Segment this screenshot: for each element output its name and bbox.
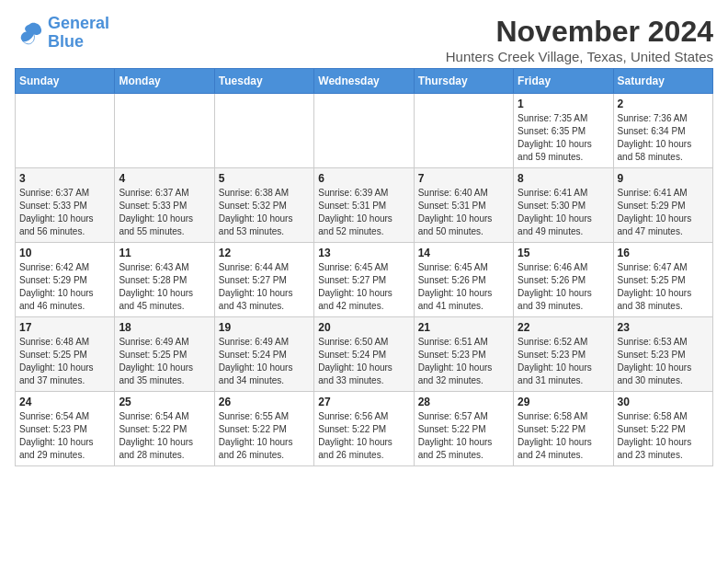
calendar-header: SundayMondayTuesdayWednesdayThursdayFrid… — [16, 69, 713, 94]
main-title: November 2024 — [446, 15, 713, 49]
day-info: Sunrise: 6:56 AM Sunset: 5:22 PM Dayligh… — [318, 410, 409, 462]
day-info: Sunrise: 6:41 AM Sunset: 5:30 PM Dayligh… — [518, 187, 609, 238]
calendar-body: 1Sunrise: 7:35 AM Sunset: 6:35 PM Daylig… — [16, 94, 713, 466]
day-cell: 6Sunrise: 6:39 AM Sunset: 5:31 PM Daylig… — [314, 168, 414, 243]
day-info: Sunrise: 6:58 AM Sunset: 5:22 PM Dayligh… — [618, 410, 709, 462]
day-cell: 13Sunrise: 6:45 AM Sunset: 5:27 PM Dayli… — [314, 243, 414, 317]
day-info: Sunrise: 6:44 AM Sunset: 5:27 PM Dayligh… — [219, 261, 310, 313]
day-info: Sunrise: 6:53 AM Sunset: 5:23 PM Dayligh… — [618, 336, 709, 387]
day-info: Sunrise: 6:40 AM Sunset: 5:31 PM Dayligh… — [418, 187, 509, 238]
day-info: Sunrise: 6:55 AM Sunset: 5:22 PM Dayligh… — [219, 410, 310, 462]
day-number: 24 — [19, 396, 110, 408]
day-cell — [115, 94, 214, 168]
day-cell: 30Sunrise: 6:58 AM Sunset: 5:22 PM Dayli… — [613, 392, 712, 466]
weekday-header-wednesday: Wednesday — [314, 69, 414, 94]
day-number: 22 — [518, 321, 609, 334]
day-number: 19 — [219, 321, 310, 334]
day-number: 28 — [418, 396, 509, 408]
day-info: Sunrise: 6:54 AM Sunset: 5:22 PM Dayligh… — [119, 410, 210, 462]
day-cell: 19Sunrise: 6:49 AM Sunset: 5:24 PM Dayli… — [214, 317, 313, 392]
day-cell: 2Sunrise: 7:36 AM Sunset: 6:34 PM Daylig… — [613, 94, 712, 168]
day-number: 7 — [418, 172, 509, 185]
subtitle: Hunters Creek Village, Texas, United Sta… — [446, 49, 713, 64]
day-cell: 1Sunrise: 7:35 AM Sunset: 6:35 PM Daylig… — [514, 94, 613, 168]
day-info: Sunrise: 6:52 AM Sunset: 5:23 PM Dayligh… — [518, 336, 609, 387]
weekday-header-friday: Friday — [514, 69, 613, 94]
week-row-2: 10Sunrise: 6:42 AM Sunset: 5:29 PM Dayli… — [16, 243, 713, 317]
day-cell: 25Sunrise: 6:54 AM Sunset: 5:22 PM Dayli… — [115, 392, 214, 466]
day-info: Sunrise: 7:35 AM Sunset: 6:35 PM Dayligh… — [518, 112, 609, 164]
day-number: 21 — [418, 321, 509, 334]
day-cell: 8Sunrise: 6:41 AM Sunset: 5:30 PM Daylig… — [514, 168, 613, 243]
day-cell — [414, 94, 513, 168]
day-cell: 17Sunrise: 6:48 AM Sunset: 5:25 PM Dayli… — [16, 317, 115, 392]
day-number: 4 — [119, 172, 210, 185]
day-cell: 10Sunrise: 6:42 AM Sunset: 5:29 PM Dayli… — [16, 243, 115, 317]
day-number: 17 — [19, 321, 110, 334]
day-number: 1 — [518, 98, 609, 110]
day-cell: 15Sunrise: 6:46 AM Sunset: 5:26 PM Dayli… — [514, 243, 613, 317]
day-number: 11 — [119, 247, 210, 259]
day-cell: 12Sunrise: 6:44 AM Sunset: 5:27 PM Dayli… — [214, 243, 313, 317]
day-cell: 28Sunrise: 6:57 AM Sunset: 5:22 PM Dayli… — [414, 392, 513, 466]
day-number: 8 — [518, 172, 609, 185]
day-number: 26 — [219, 396, 310, 408]
day-info: Sunrise: 6:45 AM Sunset: 5:26 PM Dayligh… — [418, 261, 509, 313]
day-info: Sunrise: 6:46 AM Sunset: 5:26 PM Dayligh… — [518, 261, 609, 313]
day-number: 13 — [318, 247, 409, 259]
day-cell: 9Sunrise: 6:41 AM Sunset: 5:29 PM Daylig… — [613, 168, 712, 243]
day-cell: 22Sunrise: 6:52 AM Sunset: 5:23 PM Dayli… — [514, 317, 613, 392]
weekday-header-saturday: Saturday — [613, 69, 712, 94]
day-cell: 11Sunrise: 6:43 AM Sunset: 5:28 PM Dayli… — [115, 243, 214, 317]
day-info: Sunrise: 6:49 AM Sunset: 5:25 PM Dayligh… — [119, 336, 210, 387]
title-block: November 2024 Hunters Creek Village, Tex… — [446, 15, 713, 64]
day-cell: 4Sunrise: 6:37 AM Sunset: 5:33 PM Daylig… — [115, 168, 214, 243]
day-number: 29 — [518, 396, 609, 408]
day-number: 20 — [318, 321, 409, 334]
day-info: Sunrise: 6:47 AM Sunset: 5:25 PM Dayligh… — [618, 261, 709, 313]
weekday-header-row: SundayMondayTuesdayWednesdayThursdayFrid… — [16, 69, 713, 94]
day-cell: 24Sunrise: 6:54 AM Sunset: 5:23 PM Dayli… — [16, 392, 115, 466]
day-number: 12 — [219, 247, 310, 259]
week-row-1: 3Sunrise: 6:37 AM Sunset: 5:33 PM Daylig… — [16, 168, 713, 243]
weekday-header-sunday: Sunday — [16, 69, 115, 94]
day-number: 9 — [618, 172, 709, 185]
day-number: 25 — [119, 396, 210, 408]
day-info: Sunrise: 6:41 AM Sunset: 5:29 PM Dayligh… — [618, 187, 709, 238]
day-cell: 3Sunrise: 6:37 AM Sunset: 5:33 PM Daylig… — [16, 168, 115, 243]
day-cell: 18Sunrise: 6:49 AM Sunset: 5:25 PM Dayli… — [115, 317, 214, 392]
day-cell — [214, 94, 313, 168]
week-row-4: 24Sunrise: 6:54 AM Sunset: 5:23 PM Dayli… — [16, 392, 713, 466]
day-info: Sunrise: 6:37 AM Sunset: 5:33 PM Dayligh… — [119, 187, 210, 238]
weekday-header-monday: Monday — [115, 69, 214, 94]
day-number: 27 — [318, 396, 409, 408]
day-info: Sunrise: 6:51 AM Sunset: 5:23 PM Dayligh… — [418, 336, 509, 387]
day-cell — [16, 94, 115, 168]
day-cell: 7Sunrise: 6:40 AM Sunset: 5:31 PM Daylig… — [414, 168, 513, 243]
day-info: Sunrise: 6:42 AM Sunset: 5:29 PM Dayligh… — [19, 261, 110, 313]
logo-text: General Blue — [48, 15, 109, 52]
day-info: Sunrise: 6:57 AM Sunset: 5:22 PM Dayligh… — [418, 410, 509, 462]
day-number: 30 — [618, 396, 709, 408]
day-number: 16 — [618, 247, 709, 259]
day-info: Sunrise: 6:45 AM Sunset: 5:27 PM Dayligh… — [318, 261, 409, 313]
day-info: Sunrise: 7:36 AM Sunset: 6:34 PM Dayligh… — [618, 112, 709, 164]
day-cell: 14Sunrise: 6:45 AM Sunset: 5:26 PM Dayli… — [414, 243, 513, 317]
day-number: 2 — [618, 98, 709, 110]
week-row-3: 17Sunrise: 6:48 AM Sunset: 5:25 PM Dayli… — [16, 317, 713, 392]
logo: General Blue — [15, 15, 109, 52]
day-info: Sunrise: 6:48 AM Sunset: 5:25 PM Dayligh… — [19, 336, 110, 387]
day-number: 18 — [119, 321, 210, 334]
logo-icon — [15, 18, 44, 48]
weekday-header-tuesday: Tuesday — [214, 69, 313, 94]
day-cell: 27Sunrise: 6:56 AM Sunset: 5:22 PM Dayli… — [314, 392, 414, 466]
day-cell: 23Sunrise: 6:53 AM Sunset: 5:23 PM Dayli… — [613, 317, 712, 392]
week-row-0: 1Sunrise: 7:35 AM Sunset: 6:35 PM Daylig… — [16, 94, 713, 168]
day-number: 10 — [19, 247, 110, 259]
day-info: Sunrise: 6:39 AM Sunset: 5:31 PM Dayligh… — [318, 187, 409, 238]
day-info: Sunrise: 6:50 AM Sunset: 5:24 PM Dayligh… — [318, 336, 409, 387]
day-cell: 21Sunrise: 6:51 AM Sunset: 5:23 PM Dayli… — [414, 317, 513, 392]
day-cell: 26Sunrise: 6:55 AM Sunset: 5:22 PM Dayli… — [214, 392, 313, 466]
day-number: 5 — [219, 172, 310, 185]
day-info: Sunrise: 6:49 AM Sunset: 5:24 PM Dayligh… — [219, 336, 310, 387]
